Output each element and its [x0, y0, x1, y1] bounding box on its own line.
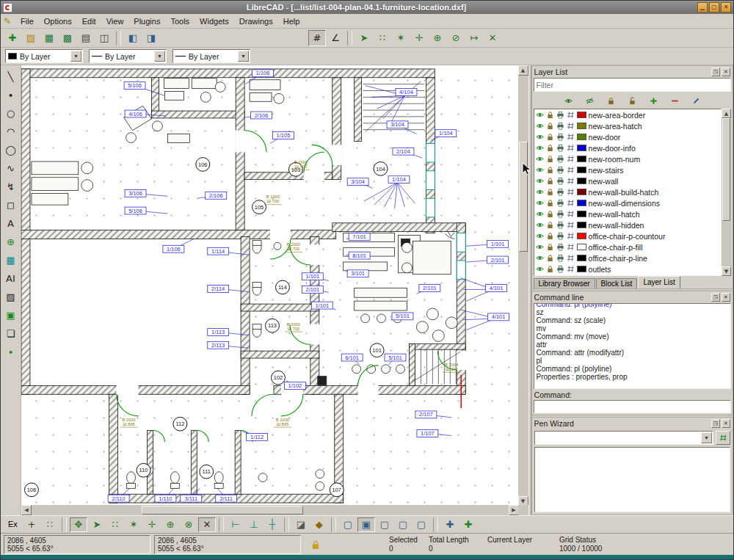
pen-width-combo[interactable]: By Layer ▼ — [89, 49, 167, 63]
construction-icon[interactable] — [567, 188, 575, 196]
menu-item-view[interactable]: View — [101, 15, 129, 27]
layer-list-scrollbar[interactable]: ▲ ▼ — [722, 109, 731, 276]
add-workspace-alt-button[interactable]: ✚ — [459, 517, 477, 532]
construction-icon[interactable] — [567, 166, 575, 174]
visibility-icon[interactable] — [536, 243, 544, 251]
split-vertical-button[interactable]: ◨ — [142, 30, 160, 46]
menu-item-drawings[interactable]: Drawings — [234, 15, 278, 27]
layer-row[interactable]: new-stairs — [534, 164, 721, 175]
split-horizontal-button[interactable]: ◧ — [124, 30, 142, 46]
lock-icon[interactable] — [546, 122, 554, 130]
layer-color-swatch[interactable] — [577, 255, 586, 261]
menu-item-plugins[interactable]: Plugins — [128, 15, 165, 27]
layer-color-swatch[interactable] — [577, 244, 586, 250]
canvas-vscrollbar[interactable]: ▲ ▼ — [518, 65, 528, 506]
close-panel-icon[interactable]: ✕ — [722, 293, 730, 302]
print-button[interactable]: ▤ — [77, 30, 95, 46]
visibility-icon[interactable] — [536, 166, 544, 174]
layer-row[interactable]: new-wall-build-hatch — [534, 186, 721, 197]
lock-icon[interactable] — [546, 155, 554, 163]
layer-row[interactable]: office-chair-p-countour — [534, 230, 721, 241]
visibility-icon[interactable] — [536, 221, 544, 229]
pen-color-combo[interactable]: By Layer ▼ — [5, 49, 83, 63]
isometric-grid-button[interactable]: ∠ — [327, 30, 344, 46]
lock-icon[interactable] — [546, 265, 554, 273]
tool-line-button[interactable]: ╲ — [1, 68, 19, 85]
tool-dimension-button[interactable]: A — [1, 214, 19, 232]
print-icon[interactable] — [556, 199, 564, 207]
snap-auto-button[interactable]: ✥ — [70, 517, 87, 532]
lock-icon[interactable] — [546, 199, 554, 207]
fill-tool-button[interactable]: ◆ — [310, 517, 328, 532]
clear-selection-button[interactable]: ◪ — [292, 517, 310, 532]
layer-row[interactable]: new-wall-hidden — [534, 219, 721, 230]
lock-icon[interactable] — [546, 232, 554, 240]
visibility-icon[interactable] — [536, 177, 544, 185]
tool-order-button[interactable]: ▦ — [1, 251, 19, 269]
maximize-button[interactable]: ▢ — [709, 2, 719, 12]
tool-block-edit-button[interactable]: ❏ — [1, 324, 19, 342]
layer-row[interactable]: new-wall-hatch — [534, 208, 721, 219]
snap-center-button[interactable]: ⊕ — [429, 30, 446, 46]
snap-intersection-button[interactable]: ✕ — [484, 30, 501, 46]
scroll-up-icon[interactable]: ▲ — [518, 65, 528, 76]
add-layer-button[interactable] — [645, 94, 661, 108]
visibility-icon[interactable] — [536, 155, 544, 163]
construction-icon[interactable] — [567, 177, 575, 185]
snap-grid-button[interactable]: ∷ — [106, 517, 124, 532]
vscroll-thumb[interactable] — [519, 142, 528, 252]
scroll-left-icon[interactable]: ◀ — [21, 505, 32, 515]
save-as-button[interactable]: ▩ — [59, 30, 76, 46]
chevron-down-icon[interactable]: ▼ — [154, 51, 165, 62]
add-workspace-button[interactable]: ✚ — [441, 517, 459, 532]
visibility-icon[interactable] — [536, 199, 544, 207]
layer-row[interactable]: new-area-border — [534, 109, 721, 120]
layer-scroll-thumb[interactable] — [722, 118, 730, 221]
workspace-1-button[interactable]: ▢ — [339, 517, 357, 532]
print-icon[interactable] — [556, 177, 564, 185]
tool-hatch-button[interactable]: ▨ — [1, 288, 19, 305]
exclusive-snap-button[interactable]: Ex — [4, 517, 22, 532]
command-input[interactable] — [534, 400, 731, 413]
workspace-3-button[interactable]: ▢ — [376, 517, 393, 532]
menu-item-help[interactable]: Help — [278, 15, 305, 27]
scroll-down-icon[interactable]: ▼ — [722, 266, 731, 276]
menu-item-file[interactable]: File — [15, 15, 39, 27]
print-icon[interactable] — [556, 166, 564, 174]
command-history[interactable]: Command: pl (polyline)szCommand: sz (sca… — [534, 303, 731, 389]
menu-item-edit[interactable]: Edit — [77, 15, 101, 27]
close-panel-icon[interactable]: ✕ — [722, 419, 730, 428]
visibility-icon[interactable] — [536, 232, 544, 240]
layer-row[interactable]: new-area-hatch — [534, 120, 721, 131]
tool-insert-block-button[interactable]: ⊕ — [1, 233, 19, 250]
tab-block-list[interactable]: Block List — [596, 278, 638, 288]
layer-color-swatch[interactable] — [577, 156, 586, 162]
show-all-layers-button[interactable] — [560, 94, 576, 108]
tool-select-button[interactable]: ◻ — [1, 196, 19, 214]
float-panel-icon[interactable]: ◳ — [711, 293, 720, 302]
chevron-down-icon[interactable]: ▼ — [701, 432, 712, 443]
layer-color-swatch[interactable] — [577, 222, 586, 228]
print-icon[interactable] — [556, 232, 564, 240]
menu-item-tools[interactable]: Tools — [165, 15, 195, 27]
tool-point-button[interactable]: ∙ — [1, 86, 19, 103]
layer-color-swatch[interactable] — [577, 145, 586, 151]
print-icon[interactable] — [556, 210, 564, 218]
chevron-down-icon[interactable]: ▼ — [238, 51, 249, 62]
layer-row[interactable]: new-door-info — [534, 142, 721, 153]
snap-on-entity-button[interactable]: ✛ — [410, 30, 428, 46]
visibility-icon[interactable] — [536, 133, 544, 141]
snap-manual-button[interactable]: + — [23, 517, 40, 532]
construction-icon[interactable] — [567, 254, 575, 262]
layer-color-swatch[interactable] — [577, 233, 586, 239]
snap-grid-button[interactable]: ∷ — [374, 30, 391, 46]
snap-on-entity-button[interactable]: ✛ — [143, 517, 161, 532]
lock-icon[interactable] — [546, 144, 554, 152]
workspace-5-button[interactable]: ▢ — [413, 517, 430, 532]
restrict-orthogonal-button[interactable]: ┼ — [264, 517, 281, 532]
construction-icon[interactable] — [567, 232, 575, 240]
print-icon[interactable] — [556, 265, 564, 273]
lock-icon[interactable] — [546, 188, 554, 196]
tab-library-browser[interactable]: Library Browser — [534, 278, 595, 288]
lock-icon[interactable] — [546, 111, 554, 119]
